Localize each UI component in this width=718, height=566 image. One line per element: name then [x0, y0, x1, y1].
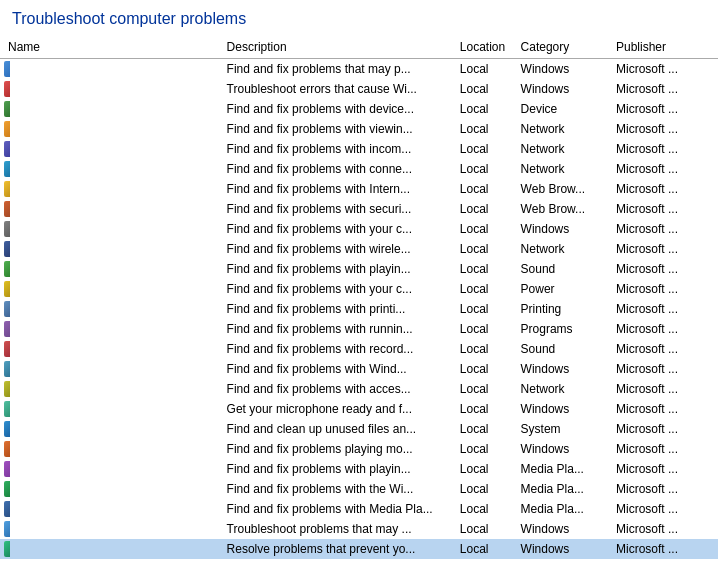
table-row[interactable]: System MaintenanceFind and clean up unus… — [0, 419, 718, 439]
item-category: Windows — [517, 59, 612, 80]
col-header-category[interactable]: Category — [517, 36, 612, 59]
table-row[interactable]: Internet Explorer PerformanceFind and fi… — [0, 179, 718, 199]
item-category: Windows — [517, 359, 612, 379]
item-location: Local — [456, 159, 517, 179]
item-description: Find and fix problems with wirele... — [223, 239, 456, 259]
item-publisher: Microsoft ... — [612, 459, 718, 479]
table-row[interactable]: SpeechGet your microphone ready and f...… — [0, 399, 718, 419]
item-location: Local — [456, 199, 517, 219]
item-description: Find and fix problems with printi... — [223, 299, 456, 319]
item-description: Find and fix problems with your c... — [223, 219, 456, 239]
table-row[interactable]: KeyboardFind and fix problems with your … — [0, 219, 718, 239]
item-category: Printing — [517, 299, 612, 319]
name-cell: Playing Audio — [4, 261, 10, 277]
name-cell: Search and Indexing — [4, 361, 10, 377]
item-icon — [4, 161, 10, 177]
item-description: Find and fix problems with Wind... — [223, 359, 456, 379]
table-row[interactable]: Windows Store AppsTroubleshoot problems … — [0, 519, 718, 539]
item-publisher: Microsoft ... — [612, 119, 718, 139]
item-publisher: Microsoft ... — [612, 299, 718, 319]
item-category: Network — [517, 119, 612, 139]
item-icon — [4, 241, 10, 257]
item-description: Find and fix problems with record... — [223, 339, 456, 359]
item-icon — [4, 301, 10, 317]
col-header-location[interactable]: Location — [456, 36, 517, 59]
table-row[interactable]: Windows Media Player SettingsFind and fi… — [0, 499, 718, 519]
col-header-description[interactable]: Description — [223, 36, 456, 59]
item-category: Windows — [517, 519, 612, 539]
table-row[interactable]: Program Compatibility TroubleshooterFind… — [0, 319, 718, 339]
item-location: Local — [456, 119, 517, 139]
item-location: Local — [456, 539, 517, 559]
table-row[interactable]: Video PlaybackFind and fix problems play… — [0, 439, 718, 459]
table-row[interactable]: Network AdapterFind and fix problems wit… — [0, 239, 718, 259]
table-row[interactable]: Blue ScreenTroubleshoot errors that caus… — [0, 79, 718, 99]
name-cell: Keyboard — [4, 221, 10, 237]
table-row[interactable]: Windows Media Player LibraryFind and fix… — [0, 479, 718, 499]
table-row[interactable]: Incoming ConnectionsFind and fix problem… — [0, 139, 718, 159]
item-location: Local — [456, 519, 517, 539]
table-row[interactable]: HomeGroupFind and fix problems with view… — [0, 119, 718, 139]
table-row[interactable]: PrinterFind and fix problems with printi… — [0, 299, 718, 319]
item-description: Find and fix problems with Intern... — [223, 179, 456, 199]
item-publisher: Microsoft ... — [612, 319, 718, 339]
item-publisher: Microsoft ... — [612, 179, 718, 199]
item-publisher: Microsoft ... — [612, 539, 718, 559]
item-description: Find and fix problems with device... — [223, 99, 456, 119]
item-publisher: Microsoft ... — [612, 159, 718, 179]
name-cell: Network Adapter — [4, 241, 10, 257]
table-row[interactable]: Windows UpdateResolve problems that prev… — [0, 539, 718, 559]
item-category: Network — [517, 239, 612, 259]
item-location: Local — [456, 79, 517, 99]
name-cell: Windows Media Player Settings — [4, 501, 10, 517]
table-row[interactable]: PowerFind and fix problems with your c..… — [0, 279, 718, 299]
item-category: Network — [517, 379, 612, 399]
item-location: Local — [456, 299, 517, 319]
table-row[interactable]: Search and IndexingFind and fix problems… — [0, 359, 718, 379]
table-row[interactable]: Playing AudioFind and fix problems with … — [0, 259, 718, 279]
item-publisher: Microsoft ... — [612, 259, 718, 279]
item-category: Sound — [517, 339, 612, 359]
item-description: Find and fix problems with playin... — [223, 259, 456, 279]
name-cell: Internet Explorer Safety — [4, 201, 10, 217]
item-publisher: Microsoft ... — [612, 379, 718, 399]
table-row[interactable]: Shared FoldersFind and fix problems with… — [0, 379, 718, 399]
item-category: Network — [517, 159, 612, 179]
name-cell: Internet Explorer Performance — [4, 181, 10, 197]
table-row[interactable]: Internet ConnectionsFind and fix problem… — [0, 159, 718, 179]
name-cell: Power — [4, 281, 10, 297]
item-publisher: Microsoft ... — [612, 359, 718, 379]
item-category: Device — [517, 99, 612, 119]
item-publisher: Microsoft ... — [612, 99, 718, 119]
item-category: Windows — [517, 539, 612, 559]
item-location: Local — [456, 499, 517, 519]
name-cell: Windows Media Player DVD — [4, 461, 10, 477]
item-category: Network — [517, 139, 612, 159]
item-description: Find and fix problems with your c... — [223, 279, 456, 299]
item-description: Find and fix problems playing mo... — [223, 439, 456, 459]
item-description: Find and fix problems that may p... — [223, 59, 456, 80]
item-icon — [4, 521, 10, 537]
item-category: Windows — [517, 399, 612, 419]
table-row[interactable]: Hardware and DevicesFind and fix problem… — [0, 99, 718, 119]
table-row[interactable]: Internet Explorer SafetyFind and fix pro… — [0, 199, 718, 219]
item-location: Local — [456, 219, 517, 239]
col-header-publisher[interactable]: Publisher — [612, 36, 718, 59]
item-icon — [4, 221, 10, 237]
item-icon — [4, 121, 10, 137]
item-location: Local — [456, 319, 517, 339]
table-row[interactable]: Background Intelligent Transfer ServiceF… — [0, 59, 718, 80]
item-category: Windows — [517, 439, 612, 459]
col-header-name[interactable]: Name — [0, 36, 223, 59]
item-description: Troubleshoot errors that cause Wi... — [223, 79, 456, 99]
item-publisher: Microsoft ... — [612, 79, 718, 99]
name-cell: Hardware and Devices — [4, 101, 10, 117]
table-row[interactable]: Windows Media Player DVDFind and fix pro… — [0, 459, 718, 479]
item-publisher: Microsoft ... — [612, 219, 718, 239]
name-cell: Recording Audio — [4, 341, 10, 357]
item-location: Local — [456, 439, 517, 459]
name-cell: Speech — [4, 401, 10, 417]
name-cell: Windows Media Player Library — [4, 481, 10, 497]
item-publisher: Microsoft ... — [612, 519, 718, 539]
table-row[interactable]: Recording AudioFind and fix problems wit… — [0, 339, 718, 359]
